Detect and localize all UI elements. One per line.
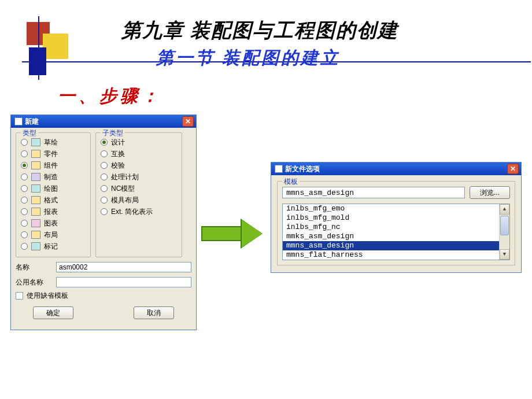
type-label: 标记 [44,242,58,252]
type-option[interactable]: 报表 [21,206,86,217]
type-option[interactable]: 制造 [21,171,86,183]
type-label: 图表 [44,219,58,228]
type-label: 绘图 [44,184,58,194]
type-option[interactable]: 图表 [21,217,86,229]
subtype-label: 校验 [111,161,125,171]
type-thumbnail-icon [31,173,40,181]
group-subtype-label: 子类型 [101,128,125,138]
list-item[interactable]: inlbs_mfg_mold [283,213,499,223]
type-option[interactable]: 格式 [21,194,86,206]
group-template: 模板 浏览... inlbs_mfg_emoinlbs_mfg_moldinlb… [277,181,515,265]
subtype-option[interactable]: 处理计划 [101,171,177,183]
subtype-label: 处理计划 [111,172,139,182]
name-label: 名称 [16,263,50,272]
scroll-track[interactable] [500,215,509,249]
type-thumbnail-icon [31,208,40,216]
ok-button[interactable]: 确定 [33,306,73,319]
radio-icon[interactable] [101,162,108,169]
radio-icon[interactable] [21,185,28,192]
use-default-template-label: 使用缺省模板 [27,291,68,301]
subtype-option[interactable]: Ext. 简化表示 [101,206,177,217]
subtype-label: 设计 [111,138,125,147]
type-thumbnail-icon [31,196,40,204]
scrollbar[interactable]: ▲ ▼ [499,204,509,260]
type-thumbnail-icon [31,184,40,193]
use-default-template-checkbox[interactable] [16,292,23,300]
type-label: 组件 [44,161,58,171]
type-option[interactable]: 组件 [21,160,86,171]
type-option[interactable]: 绘图 [21,183,86,194]
list-item[interactable]: mmks_asm_design [283,232,499,241]
scroll-up-button[interactable]: ▲ [500,204,509,215]
list-item[interactable]: inlbs_mfg_emo [283,204,499,213]
type-option[interactable]: 布局 [21,229,86,241]
window-icon [275,165,283,173]
name-input[interactable] [56,262,191,272]
type-label: 制造 [44,172,58,182]
new-file-options-dialog: 新文件选项 ✕ 模板 浏览... inlbs_mfg_emoinlbs_mfg_… [271,162,522,273]
template-listbox[interactable]: inlbs_mfg_emoinlbs_mfg_moldinlbs_mfg_ncm… [282,204,510,260]
radio-icon[interactable] [21,173,28,180]
template-input[interactable] [282,187,465,198]
radio-icon[interactable] [21,197,28,204]
list-item[interactable]: inlbs_mfg_nc [283,223,499,232]
list-item[interactable]: mmns_flat_harness [283,250,499,260]
arrow-right-icon [201,220,271,247]
new-dialog: 新建 ✕ 类型 草绘零件组件制造绘图格式报表图表布局标记 子类型 设计互换校验处… [10,114,197,330]
radio-icon[interactable] [101,208,108,215]
type-option[interactable]: 标记 [21,241,86,252]
radio-icon[interactable] [21,231,28,238]
type-option[interactable]: 零件 [21,148,86,160]
radio-icon[interactable] [21,220,28,227]
deco-vertical-line [38,16,39,80]
subtype-option[interactable]: NC模型 [101,183,177,194]
chapter-title: 第九章 装配图与工程图的创建 [121,17,398,44]
radio-icon[interactable] [101,139,108,146]
radio-icon[interactable] [21,162,28,169]
radio-icon[interactable] [21,208,28,215]
type-label: 草绘 [44,138,58,147]
scroll-down-button[interactable]: ▼ [500,249,509,260]
section-title: 第一节 装配图的建立 [156,46,340,70]
type-thumbnail-icon [31,138,40,146]
type-label: 零件 [44,149,58,159]
dialog-title: 新建 [25,115,180,128]
radio-icon[interactable] [101,197,108,204]
titlebar: 新建 ✕ [11,115,196,128]
public-name-input[interactable] [56,277,191,287]
list-item[interactable]: mmns_asm_design [283,241,499,250]
subtype-label: NC模型 [111,184,135,194]
type-label: 布局 [44,230,58,240]
type-option[interactable]: 草绘 [21,136,86,148]
radio-icon[interactable] [21,243,28,250]
subtype-option[interactable]: 设计 [101,136,177,148]
subtype-option[interactable]: 互换 [101,148,177,160]
subtype-label: Ext. 简化表示 [111,207,153,217]
scroll-thumb[interactable] [500,216,509,235]
type-label: 格式 [44,195,58,205]
window-icon [14,117,23,125]
public-name-label: 公用名称 [16,278,50,287]
subtype-label: 互换 [111,149,125,159]
subtype-option[interactable]: 模具布局 [101,194,177,206]
dialog-title: 新文件选项 [285,162,505,175]
radio-icon[interactable] [101,150,108,157]
radio-icon[interactable] [101,173,108,180]
type-thumbnail-icon [31,231,40,239]
cancel-button[interactable]: 取消 [134,306,174,319]
type-thumbnail-icon [31,219,40,227]
close-button[interactable]: ✕ [507,164,519,174]
close-button[interactable]: ✕ [182,116,194,127]
step-heading: 一、步骤： [58,84,162,108]
radio-icon[interactable] [21,139,28,146]
group-type-label: 类型 [21,128,38,138]
type-thumbnail-icon [31,161,40,169]
type-thumbnail-icon [31,150,40,158]
radio-icon[interactable] [21,150,28,157]
radio-icon[interactable] [101,185,108,192]
type-thumbnail-icon [31,242,40,250]
browse-button[interactable]: 浏览... [470,186,510,199]
type-label: 报表 [44,207,58,217]
deco-yellow-square [43,34,68,59]
subtype-option[interactable]: 校验 [101,160,177,171]
